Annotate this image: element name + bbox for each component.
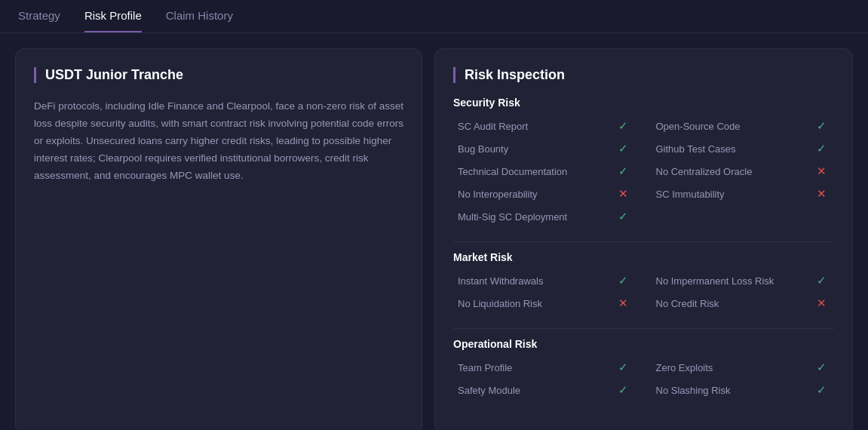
risk-label: No Liquidation Risk [458, 298, 615, 309]
risk-section-title-security-risk: Security Risk [453, 97, 834, 109]
check-icon: ✓ [615, 119, 632, 133]
cross-icon: ✕ [813, 164, 830, 178]
risk-label: No Centralized Oracle [656, 166, 814, 177]
tabs-bar: Strategy Risk Profile Claim History [0, 0, 868, 33]
right-card: Risk Inspection Security RiskSC Audit Re… [434, 48, 853, 430]
risk-section-title-operational-risk: Operational Risk [453, 338, 834, 350]
risk-row: Safety Module✓ [453, 380, 636, 400]
cross-icon: ✕ [615, 296, 632, 310]
risk-row: No Credit Risk✕ [652, 293, 835, 313]
risk-label: Technical Documentation [458, 166, 615, 177]
risk-label: Team Profile [458, 362, 615, 373]
risk-grid-security-risk: SC Audit Report✓Open-Source Code✓Bug Bou… [453, 116, 834, 226]
risk-label: Safety Module [458, 385, 615, 396]
risk-sections: Security RiskSC Audit Report✓Open-Source… [453, 97, 834, 400]
check-icon: ✓ [813, 274, 830, 287]
risk-inspection-title: Risk Inspection [453, 67, 834, 83]
section-divider [453, 328, 834, 329]
risk-label: Zero Exploits [656, 362, 814, 373]
risk-row: No Liquidation Risk✕ [453, 293, 636, 313]
check-icon: ✓ [615, 164, 632, 178]
risk-row: SC Audit Report✓ [453, 116, 636, 136]
risk-label: Bug Bounty [458, 143, 615, 155]
tab-risk-profile[interactable]: Risk Profile [84, 9, 142, 32]
left-card-body: DeFi protocols, including Idle Finance a… [34, 98, 403, 185]
risk-row: No Impermanent Loss Risk✓ [652, 271, 835, 290]
risk-row: Open-Source Code✓ [652, 116, 835, 136]
risk-label: No Credit Risk [656, 298, 814, 309]
risk-row: No Slashing Risk✓ [652, 380, 835, 400]
risk-label: SC Immutability [656, 189, 814, 200]
cross-icon: ✕ [813, 187, 830, 201]
risk-label: Github Test Cases [656, 143, 814, 155]
check-icon: ✓ [615, 142, 632, 155]
risk-label: Multi-Sig SC Deployment [458, 211, 615, 223]
risk-label: Instant Withdrawals [458, 275, 615, 287]
cross-icon: ✕ [615, 187, 632, 201]
check-icon: ✓ [813, 119, 830, 133]
check-icon: ✓ [813, 142, 830, 155]
risk-row: Technical Documentation✓ [453, 161, 636, 181]
risk-section-security-risk: Security RiskSC Audit Report✓Open-Source… [453, 97, 834, 226]
cross-icon: ✕ [813, 296, 830, 310]
risk-label: No Impermanent Loss Risk [656, 275, 814, 287]
risk-section-market-risk: Market RiskInstant Withdrawals✓No Imperm… [453, 251, 834, 313]
risk-row-empty [652, 207, 835, 226]
tab-claim-history[interactable]: Claim History [166, 9, 233, 32]
left-card: USDT Junior Tranche DeFi protocols, incl… [15, 48, 422, 430]
left-card-title: USDT Junior Tranche [34, 67, 403, 83]
risk-row: Bug Bounty✓ [453, 139, 636, 158]
risk-row: Zero Exploits✓ [652, 358, 835, 377]
check-icon: ✓ [615, 210, 632, 223]
risk-row: SC Immutability✕ [652, 184, 835, 204]
risk-row: Team Profile✓ [453, 358, 636, 377]
risk-row: Github Test Cases✓ [652, 139, 835, 158]
check-icon: ✓ [615, 361, 632, 374]
main-content: USDT Junior Tranche DeFi protocols, incl… [0, 33, 868, 430]
risk-section-title-market-risk: Market Risk [453, 251, 834, 263]
risk-label: No Interoperability [458, 189, 615, 200]
risk-row: No Centralized Oracle✕ [652, 161, 835, 181]
check-icon: ✓ [615, 274, 632, 287]
risk-row: Instant Withdrawals✓ [453, 271, 636, 290]
risk-label: Open-Source Code [656, 121, 814, 132]
risk-grid-market-risk: Instant Withdrawals✓No Impermanent Loss … [453, 271, 834, 313]
risk-row: No Interoperability✕ [453, 184, 636, 204]
risk-section-operational-risk: Operational RiskTeam Profile✓Zero Exploi… [453, 338, 834, 400]
risk-label: No Slashing Risk [656, 385, 814, 396]
check-icon: ✓ [813, 383, 830, 397]
risk-row: Multi-Sig SC Deployment✓ [453, 207, 636, 226]
risk-label: SC Audit Report [458, 121, 615, 132]
section-divider [453, 241, 834, 242]
risk-grid-operational-risk: Team Profile✓Zero Exploits✓Safety Module… [453, 358, 834, 400]
check-icon: ✓ [813, 361, 830, 374]
check-icon: ✓ [615, 383, 632, 397]
tab-strategy[interactable]: Strategy [18, 9, 60, 32]
